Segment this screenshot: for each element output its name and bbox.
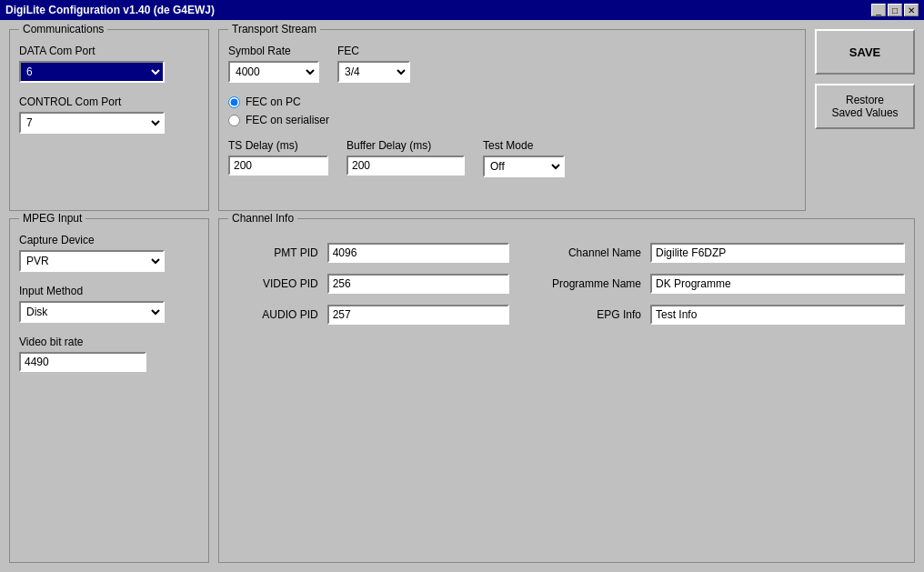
test-mode-select[interactable]: Off On [483, 156, 565, 177]
close-button[interactable]: ✕ [904, 4, 919, 16]
window-title: DigiLite Configuration v1.40 (de G4EWJ) [5, 4, 215, 16]
control-com-port-group: CONTROL Com Port 7 8 9 [19, 95, 199, 134]
input-method-group: Input Method Disk Stream [19, 285, 199, 323]
symbol-rate-group: Symbol Rate 4000 6000 8000 [228, 45, 319, 83]
capture-device-group: Capture Device PVR DVB Disk [19, 234, 199, 272]
programme-name-label: Programme Name [518, 277, 641, 290]
video-bit-rate-label: Video bit rate [19, 336, 199, 348]
symbol-rate-label: Symbol Rate [228, 45, 319, 57]
mpeg-input-group: MPEG Input Capture Device PVR DVB Disk I… [9, 218, 209, 563]
fec-select[interactable]: 1/2 2/3 3/4 5/6 7/8 [337, 61, 410, 83]
transport-stream-group: Transport Stream Symbol Rate 4000 6000 8… [218, 29, 806, 211]
fec-on-serialiser-radio[interactable] [228, 115, 240, 126]
fec-on-pc-label: FEC on PC [246, 95, 301, 108]
fec-on-serialiser-radio-label[interactable]: FEC on serialiser [228, 114, 796, 126]
capture-device-label: Capture Device [19, 234, 199, 246]
top-row: Communications DATA Com Port 6 7 8 CONTR… [9, 29, 915, 211]
input-method-label: Input Method [19, 285, 199, 297]
data-com-port-label: DATA Com Port [19, 45, 199, 57]
video-bit-rate-group: Video bit rate [19, 336, 199, 372]
symbol-rate-fec-row: Symbol Rate 4000 6000 8000 FEC 1/2 2/3 3… [228, 45, 796, 83]
input-method-select[interactable]: Disk Stream [19, 301, 165, 323]
pmt-pid-input[interactable] [327, 243, 509, 263]
ts-delay-label: TS Delay (ms) [228, 139, 328, 152]
video-pid-input[interactable] [327, 274, 509, 294]
buffer-delay-label: Buffer Delay (ms) [346, 139, 465, 152]
ts-delay-group: TS Delay (ms) [228, 139, 328, 177]
capture-device-select[interactable]: PVR DVB Disk [19, 250, 165, 272]
fec-on-pc-radio-label[interactable]: FEC on PC [228, 95, 796, 108]
pmt-pid-label: PMT PID [228, 246, 318, 259]
main-content: Communications DATA Com Port 6 7 8 CONTR… [0, 20, 924, 572]
control-com-port-label: CONTROL Com Port [19, 95, 199, 108]
buffer-delay-input[interactable] [346, 156, 465, 176]
audio-pid-input[interactable] [327, 305, 509, 325]
mpeg-input-title: MPEG Input [19, 212, 85, 225]
channel-info-group: Channel Info PMT PID Channel Name VIDEO … [218, 218, 915, 563]
maximize-button[interactable]: □ [888, 4, 902, 16]
data-com-port-group: DATA Com Port 6 7 8 [19, 45, 199, 83]
window-controls: _ □ ✕ [871, 4, 919, 16]
audio-pid-label: AUDIO PID [228, 308, 318, 321]
fec-on-pc-radio[interactable] [228, 96, 240, 108]
data-com-port-select[interactable]: 6 7 8 [19, 61, 165, 83]
channel-name-input[interactable] [650, 243, 905, 263]
epg-info-label: EPG Info [518, 308, 641, 321]
symbol-rate-select[interactable]: 4000 6000 8000 [228, 61, 319, 83]
buffer-delay-group: Buffer Delay (ms) [346, 139, 465, 177]
fec-label: FEC [337, 45, 410, 57]
communications-group: Communications DATA Com Port 6 7 8 CONTR… [9, 29, 209, 211]
test-mode-group: Test Mode Off On [483, 139, 565, 177]
test-mode-label: Test Mode [483, 139, 565, 152]
title-bar: DigiLite Configuration v1.40 (de G4EWJ) … [0, 0, 924, 20]
restore-saved-values-button[interactable]: Restore Saved Values [815, 84, 915, 129]
programme-name-input[interactable] [650, 274, 905, 294]
minimize-button[interactable]: _ [871, 4, 886, 16]
bottom-row: MPEG Input Capture Device PVR DVB Disk I… [9, 218, 915, 563]
buttons-column: SAVE Restore Saved Values [815, 29, 915, 129]
channel-info-grid: PMT PID Channel Name VIDEO PID Programme… [228, 234, 905, 325]
channel-name-label: Channel Name [518, 246, 641, 259]
fec-on-serialiser-label: FEC on serialiser [246, 114, 329, 126]
fec-mode-group: FEC on PC FEC on serialiser [228, 95, 796, 126]
fec-group: FEC 1/2 2/3 3/4 5/6 7/8 [337, 45, 410, 83]
ts-delay-input[interactable] [228, 156, 328, 176]
save-button[interactable]: SAVE [815, 29, 915, 75]
communications-title: Communications [19, 23, 107, 35]
control-com-port-select[interactable]: 7 8 9 [19, 112, 165, 134]
ts-delay-row: TS Delay (ms) Buffer Delay (ms) Test Mod… [228, 139, 796, 177]
video-pid-label: VIDEO PID [228, 277, 318, 290]
transport-stream-title: Transport Stream [228, 23, 320, 35]
channel-info-title: Channel Info [228, 212, 297, 225]
epg-info-input[interactable] [650, 305, 905, 325]
video-bit-rate-input[interactable] [19, 352, 146, 372]
